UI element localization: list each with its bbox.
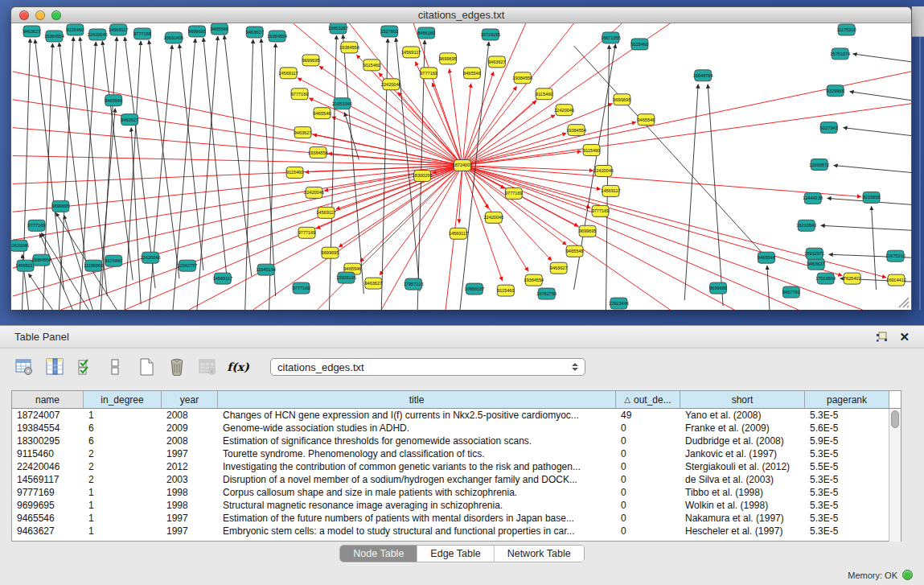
network-canvas[interactable]: 1872400719384554911546022420046145691179… bbox=[11, 23, 911, 310]
graph-node[interactable]: 9465546 bbox=[211, 23, 228, 35]
graph-node[interactable]: 14569117 bbox=[109, 24, 128, 35]
graph-edge[interactable] bbox=[462, 166, 670, 310]
graph-edge[interactable] bbox=[125, 41, 141, 310]
table-row[interactable]: 969969511998Structural magnetic resonanc… bbox=[12, 499, 901, 512]
graph-node[interactable]: 9465546 bbox=[758, 252, 775, 263]
column-header-title[interactable]: title bbox=[218, 391, 616, 408]
graph-node[interactable]: 9699695 bbox=[188, 26, 206, 37]
minimize-window-button[interactable] bbox=[35, 10, 45, 20]
table-cell[interactable]: 14569117 bbox=[12, 473, 84, 486]
table-cell[interactable]: 2012 bbox=[162, 460, 218, 473]
table-cell[interactable]: 5.3E-5 bbox=[805, 499, 889, 512]
graph-edge[interactable] bbox=[462, 166, 842, 276]
graph-node[interactable]: 9457791 bbox=[782, 286, 800, 298]
table-cell[interactable]: Embryonic stem cells: a model to study s… bbox=[218, 525, 616, 538]
graph-node[interactable]: 19384554 bbox=[339, 42, 359, 53]
graph-node[interactable]: 9329966 bbox=[827, 85, 844, 97]
graph-node[interactable]: 16914412 bbox=[886, 274, 906, 286]
table-cell[interactable]: 1 bbox=[84, 512, 162, 525]
graph-edge[interactable] bbox=[462, 166, 863, 310]
table-cell[interactable]: Wolkin et al. (1998) bbox=[680, 499, 805, 512]
show-columns-icon[interactable] bbox=[45, 357, 64, 377]
graph-node[interactable]: 22420046 bbox=[141, 252, 161, 263]
table-row[interactable]: 1456911722003Disruption of a novel membe… bbox=[12, 473, 901, 486]
graph-edge[interactable] bbox=[684, 84, 698, 300]
graph-edge[interactable] bbox=[413, 23, 462, 166]
table-cell[interactable]: 5.5E-5 bbox=[805, 460, 889, 473]
table-cell[interactable]: 5.3E-5 bbox=[805, 525, 889, 538]
graph-node[interactable]: 19384554 bbox=[308, 147, 328, 159]
table-cell[interactable]: 6 bbox=[84, 435, 162, 447]
table-cell[interactable]: Jankovic et al. (1997) bbox=[680, 447, 805, 460]
graph-node[interactable]: 9777169 bbox=[28, 220, 46, 231]
graph-edge[interactable] bbox=[13, 156, 462, 166]
graph-node[interactable]: 12342757 bbox=[178, 260, 198, 271]
table-cell[interactable]: 2 bbox=[84, 460, 162, 473]
graph-edge[interactable] bbox=[834, 166, 911, 173]
graph-node[interactable]: 12444138 bbox=[803, 192, 823, 204]
graph-node[interactable]: 17016504 bbox=[815, 273, 836, 284]
graph-node[interactable]: 9465546 bbox=[463, 68, 481, 79]
graph-node[interactable]: 14569117 bbox=[213, 273, 232, 284]
resize-grip-icon[interactable] bbox=[897, 295, 910, 308]
graph-edge[interactable] bbox=[872, 206, 877, 290]
graph-node[interactable]: 10958187 bbox=[465, 283, 485, 295]
graph-node[interactable]: 16782759 bbox=[536, 288, 556, 299]
graph-edge[interactable] bbox=[462, 166, 552, 261]
graph-node[interactable]: 12093872 bbox=[809, 159, 829, 171]
graph-node[interactable]: 8215955 bbox=[863, 192, 881, 203]
graph-node[interactable]: 9227343 bbox=[820, 122, 838, 134]
graph-edge[interactable] bbox=[179, 44, 203, 270]
tab-edge-table[interactable]: Edge Table bbox=[417, 546, 494, 562]
column-header-in_degree[interactable]: in_degree bbox=[84, 391, 162, 408]
graph-edge[interactable] bbox=[344, 113, 359, 160]
graph-node[interactable]: 9777169 bbox=[291, 89, 309, 100]
table-cell[interactable]: 2 bbox=[84, 447, 162, 460]
table-cell[interactable]: 5.3E-5 bbox=[805, 473, 889, 486]
graph-edge[interactable] bbox=[13, 100, 462, 166]
graph-node[interactable]: 9115460 bbox=[105, 255, 122, 266]
graph-edge[interactable] bbox=[41, 233, 88, 310]
graph-node[interactable]: 11175310 bbox=[837, 24, 856, 35]
graph-node[interactable]: 22420046 bbox=[554, 105, 574, 116]
graph-node[interactable]: 12923446 bbox=[609, 298, 629, 309]
graph-node[interactable]: 19384554 bbox=[44, 31, 64, 42]
graph-node[interactable]: 20691406 bbox=[164, 32, 184, 43]
graph-node[interactable]: 9463627 bbox=[364, 278, 382, 289]
graph-edge[interactable] bbox=[35, 39, 64, 290]
graph-edge[interactable] bbox=[853, 54, 911, 62]
table-cell[interactable]: 18724007 bbox=[12, 409, 84, 422]
graph-node[interactable]: 8466160 bbox=[417, 27, 435, 39]
graph-edge[interactable] bbox=[29, 274, 53, 310]
graph-node[interactable]: 9115460 bbox=[583, 145, 600, 156]
float-panel-icon[interactable] bbox=[876, 332, 888, 343]
graph-node[interactable]: 22420046 bbox=[88, 29, 108, 40]
table-cell[interactable]: Hescheler et al. (1997) bbox=[680, 525, 805, 538]
close-panel-icon[interactable]: ✕ bbox=[899, 332, 910, 343]
graph-node[interactable]: 9463627 bbox=[807, 258, 825, 270]
graph-node[interactable]: 9115460 bbox=[286, 167, 303, 178]
table-cell[interactable]: 1997 bbox=[162, 512, 218, 525]
graph-node[interactable]: 18724007 bbox=[453, 160, 473, 171]
select-all-icon[interactable] bbox=[76, 357, 95, 377]
graph-node[interactable]: 9465546 bbox=[105, 95, 122, 106]
column-header-short[interactable]: short bbox=[680, 391, 805, 408]
table-cell[interactable]: 0 bbox=[616, 499, 680, 512]
graph-node[interactable]: 9463627 bbox=[121, 114, 138, 126]
table-cell[interactable]: 2008 bbox=[162, 435, 218, 447]
graph-edge[interactable] bbox=[460, 42, 489, 310]
graph-node[interactable]: 22420046 bbox=[593, 166, 614, 177]
graph-node[interactable]: 16671355 bbox=[601, 32, 621, 43]
graph-edge[interactable] bbox=[821, 225, 911, 230]
table-row[interactable]: 1830029562008Estimation of significance … bbox=[12, 435, 901, 447]
table-cell[interactable]: 2008 bbox=[162, 409, 218, 422]
table-settings-icon[interactable] bbox=[14, 357, 34, 377]
table-cell[interactable]: 0 bbox=[616, 512, 680, 525]
table-cell[interactable]: Corpus callosum shape and size in male p… bbox=[218, 486, 616, 499]
table-cell[interactable]: Nakamura et al. (1997) bbox=[680, 512, 805, 525]
table-cell[interactable]: 0 bbox=[616, 486, 680, 499]
graph-node[interactable]: 9115460 bbox=[536, 89, 552, 100]
graph-node[interactable]: 9115460 bbox=[67, 24, 84, 35]
graph-node[interactable]: 11545194 bbox=[256, 264, 275, 275]
table-cell[interactable]: 1998 bbox=[162, 499, 218, 512]
